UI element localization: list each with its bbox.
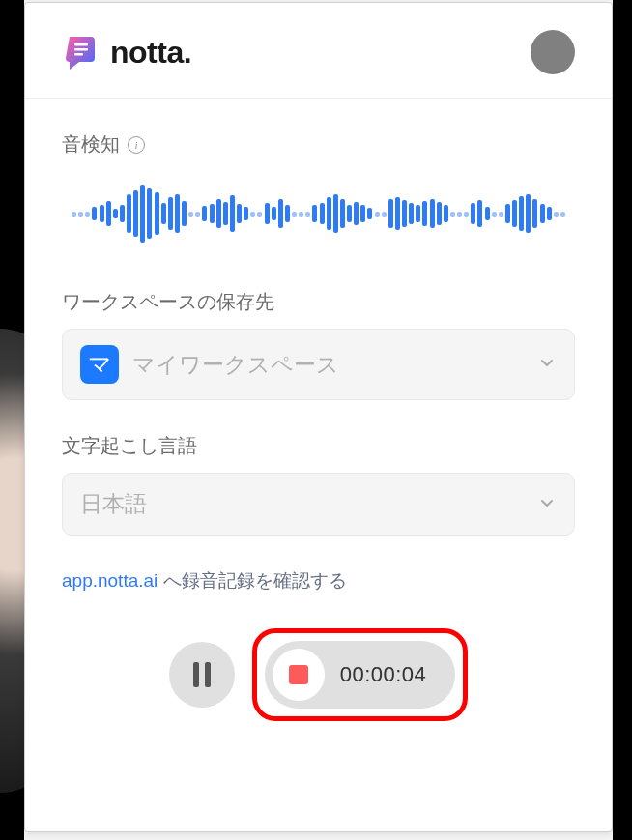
waveform-bar xyxy=(505,204,510,223)
svg-rect-2 xyxy=(74,53,83,56)
waveform-bar xyxy=(526,194,531,233)
recording-controls: 00:00:04 xyxy=(62,628,575,721)
panel-header: notta. xyxy=(25,3,612,99)
waveform-bar xyxy=(250,212,255,217)
waveform-bar xyxy=(333,194,338,233)
waveform-bar xyxy=(354,202,359,225)
waveform-bar xyxy=(292,212,297,217)
waveform-bar xyxy=(188,212,193,217)
waveform-bar xyxy=(477,200,482,227)
waveform-bar xyxy=(140,185,145,243)
waveform-bar xyxy=(492,212,497,217)
workspace-select[interactable]: マ マイワークスペース xyxy=(62,329,575,400)
waveform-bar xyxy=(402,200,407,227)
waveform-bar xyxy=(382,212,387,217)
svg-rect-0 xyxy=(74,43,88,46)
waveform-bar xyxy=(127,194,131,233)
waveform-bar xyxy=(395,197,400,230)
highlight-annotation: 00:00:04 xyxy=(252,628,469,721)
waveform-bar xyxy=(210,204,215,223)
language-selected-value: 日本語 xyxy=(80,489,524,519)
waveform-bar xyxy=(532,199,537,228)
waveform-bar xyxy=(422,201,427,226)
waveform-bar xyxy=(312,205,317,222)
waveform-bar xyxy=(92,207,97,220)
waveform-bar xyxy=(430,199,435,228)
recording-link-suffix: へ録音記録を確認する xyxy=(158,570,346,591)
waveform-bar xyxy=(327,197,331,230)
waveform-bar xyxy=(375,212,380,217)
chevron-down-icon xyxy=(537,493,557,516)
waveform-bar xyxy=(120,205,125,222)
audio-detect-label-row: 音検知 i xyxy=(62,131,575,158)
waveform-bar xyxy=(299,212,303,217)
workspace-badge-icon: マ xyxy=(80,345,119,384)
extension-panel: notta. 音検知 i ワークスペースの保存先 マ マイワークスペース 文字起… xyxy=(24,2,613,832)
brand-logo[interactable]: notta. xyxy=(62,33,191,72)
waveform-bar xyxy=(512,200,517,227)
waveform-bar xyxy=(175,194,180,233)
panel-body: 音検知 i ワークスペースの保存先 マ マイワークスペース 文字起こし言語 日本… xyxy=(25,99,612,831)
waveform-bar xyxy=(168,197,173,230)
info-icon[interactable]: i xyxy=(128,136,145,154)
waveform-bar xyxy=(237,204,242,223)
waveform-bar xyxy=(278,199,283,228)
waveform-bar xyxy=(367,208,372,219)
waveform-bar xyxy=(305,212,310,217)
waveform-bar xyxy=(320,203,325,224)
waveform-bar xyxy=(471,203,475,224)
language-select[interactable]: 日本語 xyxy=(62,473,575,536)
workspace-label: ワークスペースの保存先 xyxy=(62,289,575,315)
stop-icon-circle xyxy=(273,649,325,701)
waveform-bar xyxy=(195,212,200,217)
stop-recording-button[interactable]: 00:00:04 xyxy=(265,641,456,709)
svg-rect-1 xyxy=(74,48,88,51)
audio-waveform xyxy=(72,175,565,252)
waveform-bar xyxy=(272,207,276,220)
stop-icon xyxy=(289,665,308,684)
chevron-down-icon xyxy=(537,353,557,376)
recording-link-row: app.notta.ai へ録音記録を確認する xyxy=(62,568,575,594)
waveform-bar xyxy=(147,188,152,239)
waveform-bar xyxy=(499,212,503,217)
waveform-bar xyxy=(457,212,462,217)
user-avatar[interactable] xyxy=(531,30,575,74)
waveform-bar xyxy=(230,195,235,232)
waveform-bar xyxy=(113,209,118,218)
waveform-bar xyxy=(182,201,187,226)
waveform-bar xyxy=(133,190,138,237)
recording-timer: 00:00:04 xyxy=(340,662,427,687)
waveform-bar xyxy=(223,202,228,225)
waveform-bar xyxy=(540,204,545,223)
waveform-bar xyxy=(485,207,490,220)
recording-history-link[interactable]: app.notta.ai xyxy=(62,570,158,591)
waveform-bar xyxy=(265,203,270,224)
waveform-bar xyxy=(388,199,393,228)
notta-logo-icon xyxy=(62,33,101,72)
waveform-bar xyxy=(72,212,76,217)
brand-name: notta. xyxy=(110,35,191,71)
audio-detect-label: 音検知 xyxy=(62,131,120,158)
waveform-bar xyxy=(450,212,455,217)
waveform-bar xyxy=(106,201,111,226)
waveform-bar xyxy=(85,212,90,217)
pause-button[interactable] xyxy=(169,642,235,708)
waveform-bar xyxy=(78,212,83,217)
background-right-strip xyxy=(613,0,632,840)
waveform-bar xyxy=(216,199,221,228)
language-label: 文字起こし言語 xyxy=(62,433,575,459)
workspace-selected-value: マイワークスペース xyxy=(132,350,524,380)
waveform-bar xyxy=(560,212,565,217)
waveform-bar xyxy=(340,199,345,228)
waveform-bar xyxy=(100,205,104,222)
waveform-bar xyxy=(409,203,414,224)
pause-icon xyxy=(193,662,211,687)
waveform-bar xyxy=(155,192,159,235)
waveform-bar xyxy=(437,202,442,225)
waveform-bar xyxy=(202,206,207,221)
waveform-bar xyxy=(464,212,469,217)
waveform-bar xyxy=(444,205,448,222)
waveform-bar xyxy=(257,212,262,217)
waveform-bar xyxy=(519,196,524,231)
waveform-bar xyxy=(244,207,248,220)
